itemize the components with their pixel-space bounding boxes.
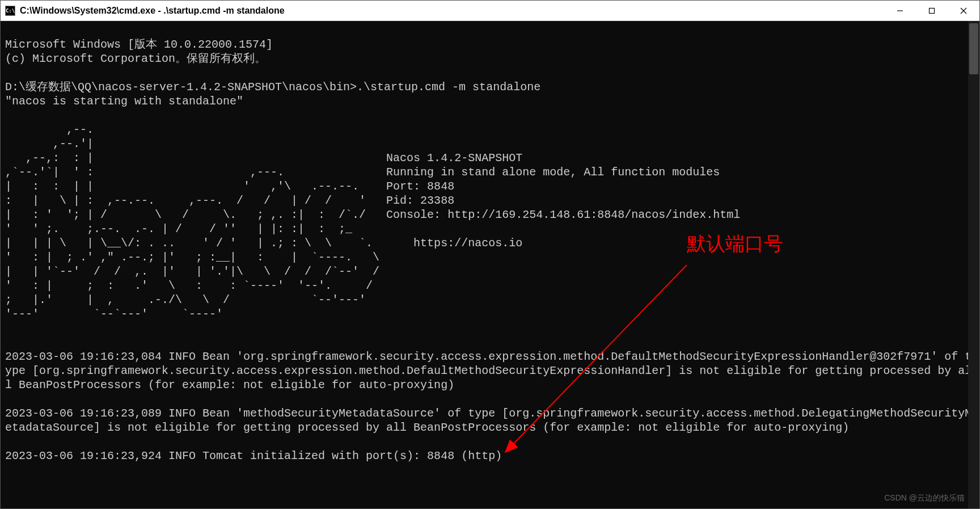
terminal-log-line-2: 2023-03-06 19:16:23,089 INFO Bean 'metho… — [5, 407, 971, 434]
terminal-output[interactable]: Microsoft Windows [版本 10.0.22000.1574] (… — [1, 21, 979, 508]
cmd-window: C:\ C:\Windows\System32\cmd.exe - .\star… — [0, 0, 980, 509]
maximize-icon — [928, 7, 935, 14]
close-button[interactable] — [948, 1, 979, 20]
titlebar: C:\ C:\Windows\System32\cmd.exe - .\star… — [1, 1, 979, 21]
scrollbar-track[interactable] — [968, 21, 979, 508]
annotation-label: 默认端口号 — [687, 237, 783, 251]
scrollbar-thumb[interactable] — [969, 23, 978, 74]
terminal-log-line-1: 2023-03-06 19:16:23,084 INFO Bean 'org.s… — [5, 350, 971, 392]
nacos-ascii-art: ,--. ,--.'| ,--,: : | Nacos 1.4.2-SNAPSH… — [5, 123, 740, 321]
cmd-icon: C:\ — [5, 6, 15, 16]
terminal-line-starting: "nacos is starting with standalone" — [5, 95, 243, 108]
minimize-icon — [897, 7, 903, 14]
terminal-line-prompt: D:\缓存数据\QQ\nacos-server-1.4.2-SNAPSHOT\n… — [5, 81, 540, 94]
window-title: C:\Windows\System32\cmd.exe - .\startup.… — [20, 6, 884, 16]
terminal-line-header2: (c) Microsoft Corporation。保留所有权利。 — [5, 52, 266, 65]
close-icon — [960, 7, 967, 14]
window-controls — [884, 1, 979, 20]
maximize-button[interactable] — [916, 1, 948, 20]
svg-rect-1 — [930, 8, 935, 13]
terminal-log-line-3: 2023-03-06 19:16:23,924 INFO Tomcat init… — [5, 449, 502, 462]
minimize-button[interactable] — [884, 1, 916, 20]
terminal-line-header1: Microsoft Windows [版本 10.0.22000.1574] — [5, 38, 273, 51]
watermark: CSDN @云边的快乐猫 — [884, 491, 965, 505]
